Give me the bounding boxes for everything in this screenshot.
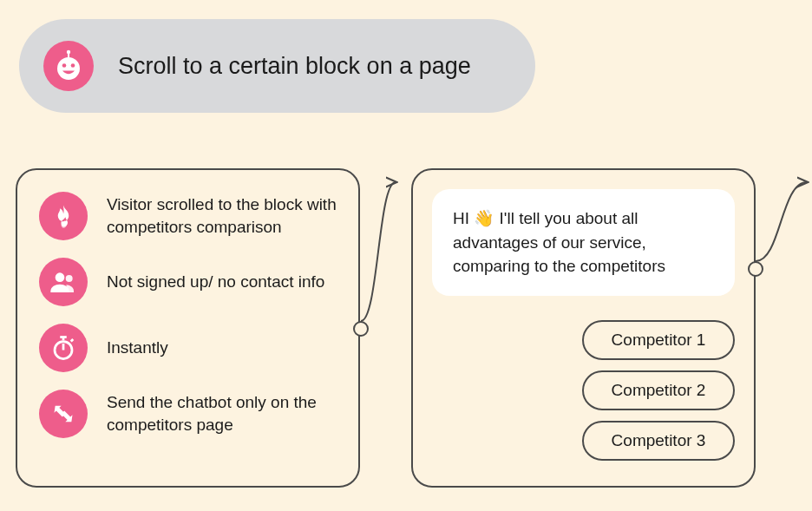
condition-row: Instantly [39, 324, 337, 372]
chat-option-button[interactable]: Competitor 3 [582, 421, 735, 461]
chat-option-button[interactable]: Competitor 1 [582, 320, 735, 360]
condition-text: Instantly [107, 337, 168, 359]
flame-icon [39, 192, 88, 240]
svg-point-2 [57, 57, 80, 80]
chat-message: HI 👋 I'll tell you about all advantages … [432, 189, 735, 296]
svg-point-4 [71, 63, 75, 68]
chat-card: HI 👋 I'll tell you about all advantages … [411, 168, 756, 488]
chat-option-button[interactable]: Competitor 2 [582, 370, 735, 410]
bot-icon [43, 41, 94, 91]
wave-emoji: 👋 [474, 209, 494, 227]
conditions-card: Visitor scrolled to the block with compe… [16, 168, 360, 488]
svg-point-3 [62, 63, 67, 68]
chat-text-prefix: HI [453, 209, 474, 227]
header-pill: Scroll to a certain block on a page [19, 19, 535, 113]
header-title: Scroll to a certain block on a page [118, 53, 471, 80]
svg-point-6 [66, 275, 73, 282]
condition-row: Send the chatbot only on the competitors… [39, 390, 337, 438]
connector-node [353, 321, 369, 337]
users-icon [39, 258, 88, 306]
connector-node [748, 261, 763, 277]
arrows-icon [39, 390, 88, 438]
condition-text: Send the chatbot only on the competitors… [107, 391, 337, 436]
svg-point-0 [67, 50, 70, 54]
stopwatch-icon [39, 324, 88, 372]
condition-text: Visitor scrolled to the block with compe… [107, 193, 337, 238]
chat-options: Competitor 1 Competitor 2 Competitor 3 [432, 320, 735, 461]
condition-row: Not signed up/ no contact info [39, 258, 337, 306]
condition-text: Not signed up/ no contact info [107, 271, 324, 293]
svg-point-5 [56, 272, 65, 282]
condition-row: Visitor scrolled to the block with compe… [39, 192, 337, 240]
